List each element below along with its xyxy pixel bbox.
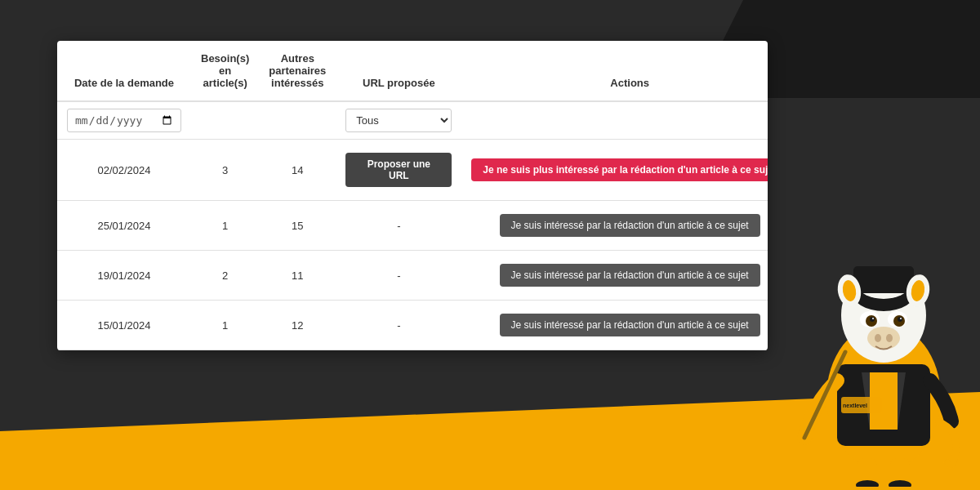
- cell-besoin-1: 3: [191, 140, 259, 201]
- filter-autres-cell: [259, 101, 336, 140]
- cell-autres-4: 12: [259, 301, 336, 350]
- table-row: 19/01/2024 2 11 - Je suis intéressé par …: [57, 251, 768, 301]
- filter-actions-cell: [461, 101, 768, 140]
- cell-date-2: 25/01/2024: [57, 201, 191, 251]
- cell-url-1: Proposer une URL: [336, 140, 461, 201]
- cell-actions-3: Je suis intéressé par la rédaction d'un …: [461, 251, 768, 301]
- cell-autres-2: 15: [259, 201, 336, 251]
- filter-date-cell: [57, 101, 191, 140]
- cell-url-4: -: [336, 301, 461, 350]
- cell-autres-1: 14: [259, 140, 336, 201]
- table-row: 15/01/2024 1 12 - Je suis intéressé par …: [57, 301, 768, 350]
- actions-group-3: Je suis intéressé par la rédaction d'un …: [471, 264, 768, 287]
- actions-group-2: Je suis intéressé par la rédaction d'un …: [471, 214, 768, 237]
- actions-group-1: Je ne suis plus intéressé par la rédacti…: [471, 158, 768, 181]
- svg-point-21: [875, 334, 881, 342]
- cell-url-2: -: [336, 201, 461, 251]
- header-actions: Actions: [461, 41, 768, 101]
- actions-group-4: Je suis intéressé par la rédaction d'un …: [471, 314, 768, 336]
- interested-button-2[interactable]: Je suis intéressé par la rédaction d'un …: [500, 214, 760, 237]
- cell-date-4: 15/01/2024: [57, 301, 191, 350]
- svg-text:nextlevel: nextlevel: [843, 403, 867, 408]
- header-date: Date de la demande: [57, 41, 191, 101]
- table-card: Date de la demande Besoin(s) en article(…: [57, 41, 768, 350]
- svg-point-20: [867, 327, 900, 350]
- filter-besoin-cell: [191, 101, 259, 140]
- url-filter-select[interactable]: Tous Avec URL Sans URL: [345, 109, 452, 132]
- cell-date-1: 02/02/2024: [57, 140, 191, 201]
- interested-button-4[interactable]: Je suis intéressé par la rédaction d'un …: [500, 314, 760, 336]
- main-table: Date de la demande Besoin(s) en article(…: [57, 41, 768, 350]
- table-row: 25/01/2024 1 15 - Je suis intéressé par …: [57, 201, 768, 251]
- cell-date-3: 19/01/2024: [57, 251, 191, 301]
- date-filter-input[interactable]: [67, 109, 181, 132]
- header-url: URL proposée: [336, 41, 461, 101]
- filter-row: Tous Avec URL Sans URL: [57, 101, 768, 140]
- svg-point-18: [872, 318, 874, 319]
- cell-besoin-3: 2: [191, 251, 259, 301]
- mascot: nextlevel: [796, 209, 972, 490]
- svg-point-16: [870, 317, 875, 322]
- cell-actions-4: Je suis intéressé par la rédaction d'un …: [461, 301, 768, 350]
- cell-besoin-2: 1: [191, 201, 259, 251]
- cell-actions-2: Je suis intéressé par la rédaction d'un …: [461, 201, 768, 251]
- cell-actions-1: Je ne suis plus intéressé par la rédacti…: [461, 140, 768, 201]
- cell-url-3: -: [336, 251, 461, 301]
- svg-point-19: [900, 318, 902, 319]
- header-besoin: Besoin(s) en article(s): [191, 41, 259, 101]
- interested-button-3[interactable]: Je suis intéressé par la rédaction d'un …: [500, 264, 760, 287]
- header-autres: Autres partenaires intéressés: [259, 41, 336, 101]
- not-interested-button-1[interactable]: Je ne suis plus intéressé par la rédacti…: [471, 158, 768, 181]
- svg-point-22: [886, 334, 893, 342]
- filter-url-cell: Tous Avec URL Sans URL: [336, 101, 461, 140]
- table-row: 02/02/2024 3 14 Proposer une URL Je ne s…: [57, 140, 768, 201]
- table-header-row: Date de la demande Besoin(s) en article(…: [57, 41, 768, 101]
- propose-url-button-1[interactable]: Proposer une URL: [345, 153, 452, 187]
- svg-point-17: [898, 317, 902, 322]
- cell-autres-3: 11: [259, 251, 336, 301]
- cell-besoin-4: 1: [191, 301, 259, 350]
